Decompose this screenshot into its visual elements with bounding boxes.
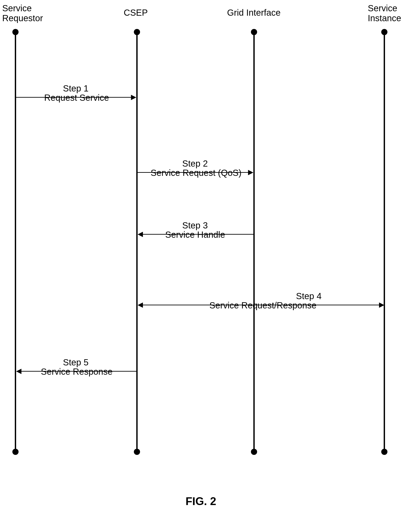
lifeline-service-instance	[384, 32, 385, 452]
step2-message-label: Service Request (QoS)	[151, 168, 241, 178]
step4-arrow-line	[142, 305, 379, 305]
step2-step-label: Step 2	[182, 159, 208, 169]
lifeline-service-requestor	[15, 32, 16, 452]
step5-message-label: Service Response	[41, 367, 113, 377]
step1-message-label: Request Service	[44, 93, 109, 103]
step4-arrowhead-right	[379, 303, 384, 308]
participant-csep: CSEP	[124, 8, 148, 18]
endpoint-bottom-p4	[381, 449, 387, 455]
participant-service-requestor-line1: Service	[2, 3, 32, 13]
participant-service-instance-line1: Service	[368, 3, 397, 13]
sequence-diagram: Service Requestor CSEP Grid Interface Se…	[0, 0, 404, 532]
step2-arrowhead	[248, 170, 253, 175]
endpoint-bottom-p3	[251, 449, 257, 455]
step4-step-label: Step 4	[296, 291, 322, 301]
step1-step-label: Step 1	[63, 83, 88, 94]
step4-message-label: Service Request/Response	[209, 300, 316, 310]
step2-arrow-line	[138, 172, 248, 173]
step1-arrow-line	[16, 97, 132, 98]
participant-service-instance-line2: Instance	[368, 13, 401, 23]
figure-caption: FIG. 2	[186, 495, 216, 508]
step3-arrowhead	[138, 232, 143, 237]
step3-message-label: Service Handle	[165, 230, 225, 240]
step4-arrowhead-left	[138, 303, 143, 308]
step5-step-label: Step 5	[63, 357, 88, 367]
step1-arrowhead	[131, 95, 136, 100]
step3-arrow-line	[142, 234, 253, 235]
step3-step-label: Step 3	[182, 221, 208, 230]
step5-arrowhead	[16, 369, 21, 374]
participant-grid-interface: Grid Interface	[227, 8, 281, 18]
lifeline-grid-interface	[253, 32, 255, 452]
participant-service-requestor-line2: Requestor	[2, 13, 43, 23]
step5-arrow-line	[21, 371, 136, 372]
endpoint-bottom-p1	[12, 449, 19, 455]
lifeline-csep	[136, 32, 138, 452]
endpoint-bottom-p2	[134, 449, 140, 455]
